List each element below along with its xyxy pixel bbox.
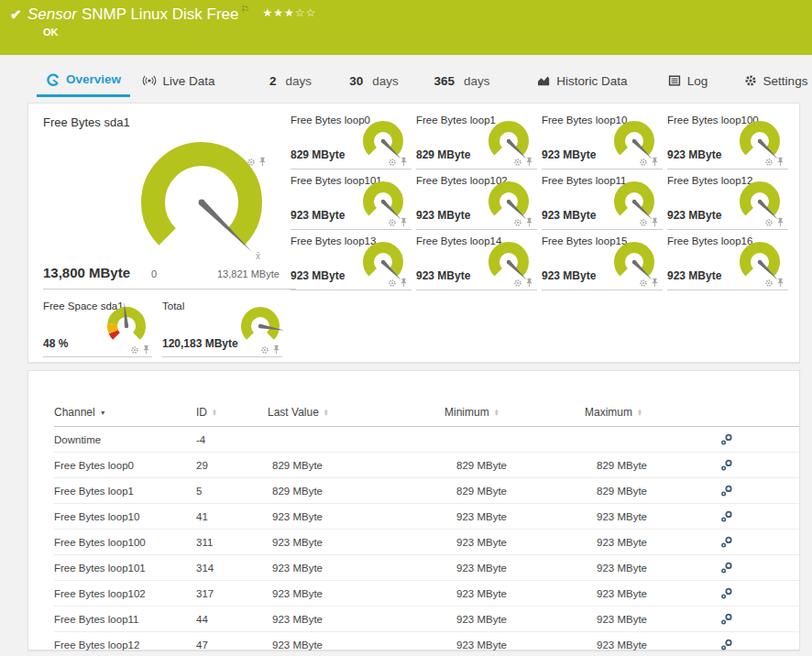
gear-icon[interactable] — [388, 218, 397, 227]
tab-label: Live Data — [162, 74, 214, 88]
gear-icon[interactable] — [764, 279, 774, 288]
cell-maximum: 923 MByte — [585, 640, 720, 651]
table-row[interactable]: Free Bytes loop101314923 MByte923 MByte9… — [54, 555, 799, 581]
channel-settings-icon[interactable] — [720, 510, 733, 523]
gear-icon[interactable] — [513, 279, 522, 288]
column-header-maximum[interactable]: Maximum ▲▼ — [585, 406, 720, 419]
gauge-icon — [46, 72, 60, 87]
pin-icon[interactable] — [142, 344, 150, 355]
gear-icon[interactable] — [247, 158, 256, 167]
tab-historic-data[interactable]: Historic Data — [528, 64, 636, 97]
cell-maximum: 923 MByte — [585, 588, 720, 599]
channel-gauge-value: 829 MByte — [291, 148, 345, 161]
cell-last-value: 923 MByte — [268, 588, 444, 599]
channel-settings-icon[interactable] — [720, 613, 733, 626]
log-icon — [667, 73, 682, 88]
gear-icon[interactable] — [639, 158, 648, 167]
channel-settings-icon[interactable] — [720, 639, 733, 651]
pin-icon[interactable] — [525, 278, 533, 288]
cell-maximum: 829 MByte — [585, 460, 720, 471]
gear-icon[interactable] — [513, 218, 522, 227]
cell-channel: Downtime — [54, 434, 196, 445]
sensor-title-line: SensorSNMP Linux Disk Free⚐★★★☆☆ — [27, 4, 316, 24]
broadcast-icon — [142, 73, 157, 88]
flag-icon[interactable]: ⚐ — [241, 4, 250, 15]
tab-overview[interactable]: Overview — [37, 64, 130, 97]
gear-icon[interactable] — [260, 345, 269, 355]
pin-icon[interactable] — [525, 217, 533, 227]
channel-settings-icon[interactable] — [720, 485, 733, 497]
tab-log[interactable]: Log — [660, 64, 715, 97]
channel-gauge-value: 923 MByte — [416, 269, 470, 282]
pin-icon[interactable] — [651, 278, 659, 288]
gear-icon[interactable] — [513, 158, 522, 167]
gear-icon[interactable] — [130, 345, 139, 355]
gauge-scale-max: 13,821 MByte — [217, 268, 280, 279]
table-row[interactable]: Free Bytes loop102317923 MByte923 MByte9… — [54, 581, 799, 607]
pin-icon[interactable] — [400, 217, 408, 227]
channel-settings-icon[interactable] — [720, 459, 733, 472]
table-row[interactable]: Downtime-4 — [54, 427, 799, 453]
gear-icon[interactable] — [639, 279, 648, 288]
channel-gauge-cell: Free Bytes loop16923 MByte — [667, 230, 788, 290]
gauge-actions — [513, 217, 533, 227]
channel-gauge-cell: Free Space sda148 % — [43, 299, 152, 357]
sort-icon: ▲▼ — [212, 409, 217, 417]
channel-gauge-cell: Free Bytes loop10923 MByte — [542, 109, 663, 169]
table-row[interactable]: Free Bytes loop1144923 MByte923 MByte923… — [54, 607, 799, 632]
tab-live-data[interactable]: Live Data — [131, 64, 226, 97]
pin-icon[interactable] — [651, 157, 659, 167]
gear-icon[interactable] — [764, 158, 774, 167]
priority-stars[interactable]: ★★★☆☆ — [262, 6, 316, 19]
gear-icon[interactable] — [639, 218, 648, 227]
tab-settings[interactable]: Settings — [739, 64, 812, 97]
pin-icon[interactable] — [776, 157, 785, 167]
channel-gauge-value: 923 MByte — [291, 269, 345, 282]
channel-settings-icon[interactable] — [720, 587, 733, 600]
channel-settings-icon[interactable] — [720, 536, 733, 549]
gear-icon[interactable] — [388, 279, 397, 288]
cell-minimum: 829 MByte — [444, 460, 585, 471]
pin-icon[interactable] — [400, 157, 408, 167]
column-header-last-value[interactable]: Last Value ▲▼ — [268, 406, 444, 419]
channels-table-panel: Channel ▼ ID ▲▼ Last Value ▲▼ Minimum ▲▼… — [27, 370, 800, 651]
channel-gauge-title: Free Bytes loop0 — [291, 115, 370, 126]
cell-id: 317 — [196, 588, 268, 599]
pin-icon[interactable] — [776, 217, 785, 227]
pin-icon[interactable] — [525, 157, 533, 167]
tab-30-days[interactable]: 30days — [343, 64, 405, 97]
gear-icon[interactable] — [388, 158, 397, 167]
channel-settings-icon[interactable] — [720, 433, 733, 446]
table-row[interactable]: Free Bytes loop1041923 MByte923 MByte923… — [54, 504, 799, 530]
column-header-channel[interactable]: Channel ▼ — [54, 406, 196, 419]
cell-maximum: 923 MByte — [585, 537, 720, 548]
cell-id: 311 — [196, 537, 268, 548]
channel-gauge-value: 923 MByte — [416, 209, 470, 222]
channel-gauge-title: Free Bytes loop1 — [416, 115, 496, 126]
column-header-minimum[interactable]: Minimum ▲▼ — [444, 406, 585, 419]
channel-gauge-value: 13,800 MByte — [43, 265, 130, 280]
table-row[interactable]: Free Bytes loop15829 MByte829 MByte829 M… — [54, 478, 799, 504]
channel-gauge-value: 120,183 MByte — [162, 337, 238, 350]
table-body: Downtime-4Free Bytes loop029829 MByte829… — [54, 427, 799, 656]
table-row[interactable]: Free Bytes loop029829 MByte829 MByte829 … — [54, 453, 799, 478]
pin-icon[interactable] — [776, 278, 785, 288]
gauge-actions — [513, 157, 533, 167]
channel-gauge-cell: Free Bytes loop1829 MByte — [416, 109, 537, 169]
cell-channel: Free Bytes loop102 — [54, 588, 196, 599]
pin-icon[interactable] — [258, 157, 267, 167]
cell-channel: Free Bytes loop101 — [54, 563, 196, 574]
pin-icon[interactable] — [272, 344, 280, 355]
tab-label: days — [464, 74, 490, 88]
channel-settings-icon[interactable] — [720, 562, 733, 574]
table-row[interactable]: Free Bytes loop1247923 MByte923 MByte923… — [54, 632, 799, 656]
gear-icon[interactable] — [764, 218, 774, 227]
pin-icon[interactable] — [651, 217, 659, 227]
column-header-id[interactable]: ID ▲▼ — [196, 406, 268, 419]
tab-2-days[interactable]: 2days — [261, 64, 320, 97]
cell-minimum: 829 MByte — [444, 486, 585, 497]
table-row[interactable]: Free Bytes loop100311923 MByte923 MByte9… — [54, 530, 799, 555]
tab-label: 2 — [269, 74, 277, 88]
pin-icon[interactable] — [400, 278, 408, 288]
tab-365-days[interactable]: 365days — [427, 64, 497, 97]
